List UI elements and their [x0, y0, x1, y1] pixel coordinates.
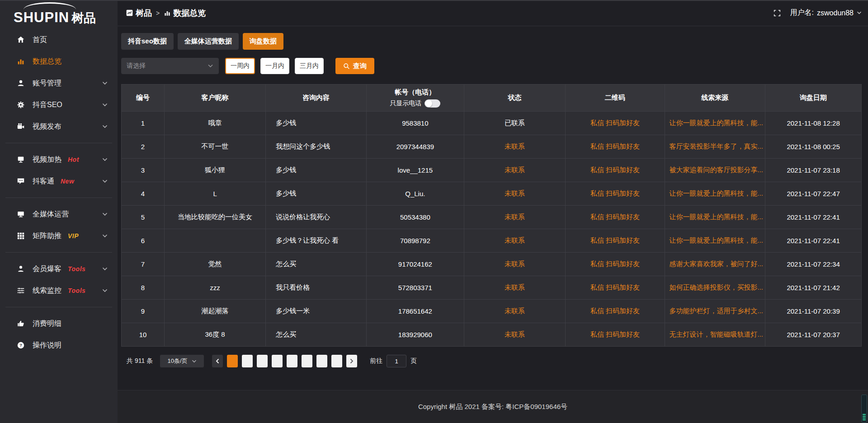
- sidebar-item[interactable]: 视频发布: [0, 116, 118, 137]
- cell-qr-links[interactable]: 私信 扫码加好友: [566, 135, 665, 159]
- data-tab[interactable]: 抖音seo数据: [121, 33, 174, 50]
- page-size-select[interactable]: 10条/页: [160, 355, 204, 367]
- sidebar-item[interactable]: 全媒体运营: [0, 203, 118, 225]
- cell-account: 9583810: [366, 112, 464, 135]
- cell-source-link[interactable]: 无主灯设计，智能磁吸轨道灯...: [665, 323, 765, 347]
- logo-text-en: SHUPIN: [14, 10, 69, 24]
- cell-source-link[interactable]: 客厅安装投影半年多了，真实...: [665, 135, 765, 159]
- period-filter-button[interactable]: 一周内: [225, 58, 255, 74]
- sidebar-item[interactable]: 矩阵助推 VIP: [0, 225, 118, 247]
- sidebar-item[interactable]: 数据总览: [0, 51, 118, 72]
- cell-nickname: 当地比较能吃的一位美女: [164, 206, 265, 229]
- cell-status: 未联系: [464, 206, 565, 229]
- data-tabs: 抖音seo数据 全媒体运营数据 询盘数据: [121, 33, 862, 50]
- svg-text:?: ?: [19, 343, 22, 348]
- grid-icon: [16, 231, 25, 240]
- cell-nickname: 觉然: [164, 253, 265, 276]
- cell-source-link[interactable]: 感谢大家喜欢我家，被问了好...: [665, 253, 765, 276]
- table-row: 8 zzz 我只看价格 572803371 未联系 私信 扫码加好友 如何正确选…: [122, 276, 862, 300]
- cell-qr-links[interactable]: 私信 扫码加好友: [566, 276, 665, 300]
- breadcrumb-home[interactable]: 树品: [126, 8, 152, 19]
- cell-qr-links[interactable]: 私信 扫码加好友: [566, 229, 665, 253]
- cell-account: 70898792: [366, 229, 464, 253]
- table-row: 4 L 多少钱 Q_Liu. 未联系 私信 扫码加好友 让你一眼就爱上的黑科技，…: [122, 182, 862, 206]
- sidebar-item[interactable]: 抖音SEO: [0, 94, 118, 116]
- gear-icon: [16, 100, 25, 109]
- search-icon: [343, 63, 350, 70]
- widget-stripes: [863, 414, 866, 421]
- goto-label: 前往: [370, 357, 382, 365]
- sidebar-divider: [5, 197, 112, 198]
- cell-source-link[interactable]: 让你一眼就爱上的黑科技，能...: [665, 112, 765, 135]
- account-select[interactable]: 请选择: [121, 58, 219, 74]
- page-number-button[interactable]: [316, 355, 327, 367]
- sidebar-item[interactable]: 会员爆客 Tools: [0, 258, 118, 280]
- header-right: 用户名: zswodun88: [773, 8, 862, 18]
- cell-qr-links[interactable]: 私信 扫码加好友: [566, 182, 665, 206]
- sidebar-item[interactable]: 消费明细: [0, 313, 118, 334]
- prev-page-button[interactable]: [212, 355, 223, 367]
- cell-source-link[interactable]: 让你一眼就爱上的黑科技，能...: [665, 182, 765, 206]
- data-tab[interactable]: 询盘数据: [243, 33, 283, 50]
- fullscreen-icon[interactable]: [773, 9, 781, 17]
- page-number-button[interactable]: [227, 355, 238, 367]
- cell-status: 未联系: [464, 182, 565, 206]
- sidebar-item-label: 抖音SEO: [33, 100, 62, 110]
- sidebar-item[interactable]: 视频加热 Hot: [0, 149, 118, 170]
- page-number-button[interactable]: [272, 355, 283, 367]
- goto-page-input[interactable]: [387, 355, 406, 367]
- cell-content: 多少钱一米: [266, 300, 367, 323]
- cell-qr-links[interactable]: 私信 扫码加好友: [566, 112, 665, 135]
- cell-date: 2021-11-07 23:18: [765, 159, 862, 182]
- sidebar-item[interactable]: 抖客通 New: [0, 170, 118, 192]
- goto-page: 前往 页: [370, 355, 417, 367]
- cell-source-link[interactable]: 如何正确选择投影仪，买投影...: [665, 276, 765, 300]
- cell-qr-links[interactable]: 私信 扫码加好友: [566, 206, 665, 229]
- cell-status: 未联系: [464, 229, 565, 253]
- cell-qr-links[interactable]: 私信 扫码加好友: [566, 300, 665, 323]
- cell-status: 已联系: [464, 112, 565, 135]
- page-number-button[interactable]: [287, 355, 297, 367]
- page-number-button[interactable]: [257, 355, 268, 367]
- copyright-text: Copyright 树品 2021 备案号: 粤ICP备09019646号: [418, 403, 567, 411]
- cell-nickname: 不可一世: [164, 135, 265, 159]
- sidebar-item[interactable]: 账号管理: [0, 72, 118, 94]
- page-number-button[interactable]: [242, 355, 253, 367]
- cell-source-link[interactable]: 让你一眼就爱上的黑科技，能...: [665, 206, 765, 229]
- chevron-down-icon: [857, 11, 862, 14]
- cell-account: 183929060: [366, 323, 464, 347]
- page-number-button[interactable]: [302, 355, 312, 367]
- chevron-down-icon: [208, 64, 213, 68]
- table-row: 6 多少钱？让我死心 看 70898792 未联系 私信 扫码加好友 让你一眼就…: [122, 229, 862, 253]
- cell-source-link[interactable]: 多功能护栏灯，适用于乡村文...: [665, 300, 765, 323]
- top-header: 树品 > 数据总览 用户名: zswodun88: [118, 0, 868, 26]
- phone-only-toggle[interactable]: [425, 99, 440, 108]
- sidebar-item-label: 账号管理: [33, 79, 61, 88]
- cell-status: 未联系: [464, 135, 565, 159]
- cell-id: 5: [122, 206, 165, 229]
- sidebar-item[interactable]: ? 操作说明: [0, 334, 118, 356]
- sidebar-item[interactable]: 线索监控 Tools: [0, 280, 118, 301]
- cell-content: 我只看价格: [266, 276, 367, 300]
- cell-date: 2021-11-07 22:41: [765, 229, 862, 253]
- period-filter-button[interactable]: 一月内: [260, 58, 289, 74]
- sidebar-divider: [5, 252, 112, 253]
- page-number-button[interactable]: [331, 355, 342, 367]
- cell-qr-links[interactable]: 私信 扫码加好友: [566, 253, 665, 276]
- bar-chart-icon: [164, 9, 171, 17]
- data-tab[interactable]: 全媒体运营数据: [178, 33, 239, 50]
- next-page-button[interactable]: [346, 355, 357, 367]
- breadcrumb-current[interactable]: 数据总览: [164, 8, 206, 19]
- sidebar-item[interactable]: 首页: [0, 29, 118, 51]
- cell-source-link[interactable]: 被大家追着问的客厅投影分享...: [665, 159, 765, 182]
- heat-icon: [16, 155, 25, 164]
- app-logo[interactable]: SHUPIN 树品: [0, 0, 118, 25]
- period-filter-button[interactable]: 三月内: [295, 58, 324, 74]
- user-menu[interactable]: 用户名: zswodun88: [790, 8, 862, 18]
- table-body: 1 哦章 多少钱 9583810 已联系 私信 扫码加好友 让你一眼就爱上的黑科…: [122, 112, 862, 347]
- cell-qr-links[interactable]: 私信 扫码加好友: [566, 323, 665, 347]
- cell-source-link[interactable]: 让你一眼就爱上的黑科技，能...: [665, 229, 765, 253]
- search-button[interactable]: 查询: [335, 58, 374, 74]
- chart-icon: [16, 57, 25, 66]
- cell-qr-links[interactable]: 私信 扫码加好友: [566, 159, 665, 182]
